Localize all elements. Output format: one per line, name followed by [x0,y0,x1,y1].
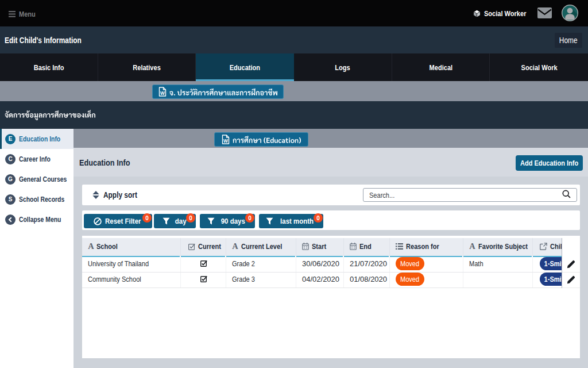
svg-text:W: W [160,90,165,96]
svg-text:A: A [88,243,94,250]
svg-text:A: A [469,243,475,250]
svg-text:A: A [232,243,238,250]
svg-text:W: W [223,138,228,144]
